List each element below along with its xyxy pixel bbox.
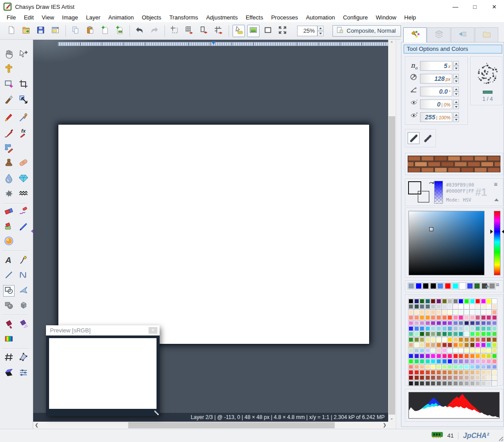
palette-swatch[interactable]: [486, 343, 491, 347]
parameter-input[interactable]: 255| 100%: [420, 112, 452, 122]
palette-swatch[interactable]: [475, 375, 480, 380]
saturation-value-picker[interactable]: [409, 211, 485, 275]
palette-swatch[interactable]: [442, 304, 447, 309]
paste-as-image-button[interactable]: [99, 25, 111, 37]
tab-tool-options[interactable]: [403, 27, 427, 42]
scroll-left-icon[interactable]: ❮: [33, 422, 40, 429]
palette-swatch[interactable]: [475, 326, 480, 331]
palette-swatch[interactable]: [431, 310, 435, 315]
palette-swatch[interactable]: [425, 348, 430, 353]
menu-edit[interactable]: Edit: [20, 13, 38, 22]
zoom-spin-down[interactable]: [317, 31, 324, 36]
recent-color-swatch[interactable]: [467, 283, 473, 289]
tool-diamond[interactable]: [18, 173, 29, 185]
spin-down[interactable]: [453, 117, 459, 122]
tool-spray-fill[interactable]: [18, 319, 29, 331]
preview-close-button[interactable]: ✕: [149, 327, 157, 334]
palette-swatch[interactable]: [409, 365, 413, 370]
palette-swatch[interactable]: [486, 348, 491, 353]
palette-swatch[interactable]: [420, 337, 424, 342]
palette-swatch[interactable]: [464, 348, 469, 353]
palette-swatch[interactable]: [470, 343, 475, 347]
palette-swatch[interactable]: [486, 321, 491, 326]
palette-swatch[interactable]: [470, 375, 475, 380]
composite-mode-button[interactable]: Composite, Normal: [332, 25, 401, 37]
palette-swatch[interactable]: [481, 315, 486, 320]
palette-swatch[interactable]: [447, 359, 452, 364]
color-collapse-icon[interactable]: [494, 198, 499, 201]
scroll-right-icon[interactable]: ❯: [381, 422, 388, 429]
palette-swatch[interactable]: [431, 326, 435, 331]
tool-polygon[interactable]: [18, 285, 29, 297]
palette-swatch[interactable]: [475, 348, 480, 353]
palette-swatch[interactable]: [425, 375, 430, 380]
palette-swatch[interactable]: [470, 299, 475, 304]
palette-swatch[interactable]: [486, 299, 491, 304]
menu-file[interactable]: File: [3, 13, 20, 22]
palette-swatch[interactable]: [414, 381, 419, 386]
color-menu-icon[interactable]: ≡: [494, 181, 498, 188]
spin-down[interactable]: [453, 66, 459, 71]
palette-swatch[interactable]: [431, 354, 435, 358]
palette-swatch[interactable]: [431, 359, 435, 364]
preview-resize-grip[interactable]: [154, 411, 159, 415]
panel-splitter[interactable]: [396, 40, 401, 429]
palette-swatch[interactable]: [481, 359, 486, 364]
tab-resources[interactable]: [475, 27, 498, 42]
palette-swatch[interactable]: [486, 326, 491, 331]
palette-swatch[interactable]: [409, 310, 413, 315]
palette-swatch[interactable]: [470, 304, 475, 309]
palette-swatch[interactable]: [475, 365, 480, 370]
palette-swatch[interactable]: [458, 375, 463, 380]
parameter-input[interactable]: 0| 0%: [420, 99, 452, 109]
palette-swatch[interactable]: [458, 304, 463, 309]
palette-swatch[interactable]: [409, 299, 413, 304]
swap-colors-icon[interactable]: [428, 181, 435, 189]
tool-splatter[interactable]: [3, 189, 15, 200]
palette-swatch[interactable]: [431, 299, 435, 304]
palette-swatch[interactable]: [447, 354, 452, 358]
recent-color-swatch[interactable]: [445, 283, 451, 289]
palette-swatch[interactable]: [442, 359, 447, 364]
palette-swatch[interactable]: [409, 337, 413, 342]
palette-swatch[interactable]: [431, 315, 435, 320]
tool-measure[interactable]: [3, 64, 15, 75]
palette-swatch[interactable]: [414, 370, 419, 375]
palette-swatch[interactable]: [470, 370, 475, 375]
palette-swatch[interactable]: [409, 304, 413, 309]
recent-collapse-icon[interactable]: [485, 285, 489, 287]
palette-swatch[interactable]: [436, 370, 441, 375]
tool-knife[interactable]: [3, 95, 15, 106]
palette-swatch[interactable]: [420, 365, 424, 370]
palette-swatch[interactable]: [486, 354, 491, 358]
preview-title-bar[interactable]: Preview [sRGB] ✕: [46, 325, 160, 335]
tool-line[interactable]: [3, 270, 15, 282]
palette-swatch[interactable]: [420, 343, 424, 347]
sv-picker-cursor[interactable]: [429, 227, 433, 231]
palette-swatch[interactable]: [492, 370, 497, 375]
menu-adjustments[interactable]: Adjustments: [202, 13, 242, 22]
palette-swatch[interactable]: [442, 299, 447, 304]
palette-swatch[interactable]: [409, 370, 413, 375]
palette-swatch[interactable]: [442, 321, 447, 326]
palette-swatch[interactable]: [464, 337, 469, 342]
palette-swatch[interactable]: [442, 310, 447, 315]
tool-fx-brush[interactable]: fx: [18, 128, 29, 140]
alpha-gradient-bar[interactable]: [434, 181, 443, 204]
palette-swatch[interactable]: [425, 365, 430, 370]
palette-swatch[interactable]: [470, 348, 475, 353]
palette-swatch[interactable]: [414, 304, 419, 309]
palette-swatch[interactable]: [431, 321, 435, 326]
palette-swatch[interactable]: [414, 348, 419, 353]
tool-shapes-3d[interactable]: [3, 300, 15, 312]
palette-swatch[interactable]: [492, 304, 497, 309]
palette-swatch[interactable]: [431, 365, 435, 370]
palette-swatch[interactable]: [436, 348, 441, 353]
palette-swatch[interactable]: [453, 299, 458, 304]
palette-swatch[interactable]: [447, 365, 452, 370]
palette-swatch[interactable]: [414, 375, 419, 380]
palette-swatch[interactable]: [431, 343, 435, 347]
palette-swatch[interactable]: [442, 343, 447, 347]
palette-swatch[interactable]: [409, 326, 413, 331]
preview-window[interactable]: Preview [sRGB] ✕: [46, 325, 160, 416]
